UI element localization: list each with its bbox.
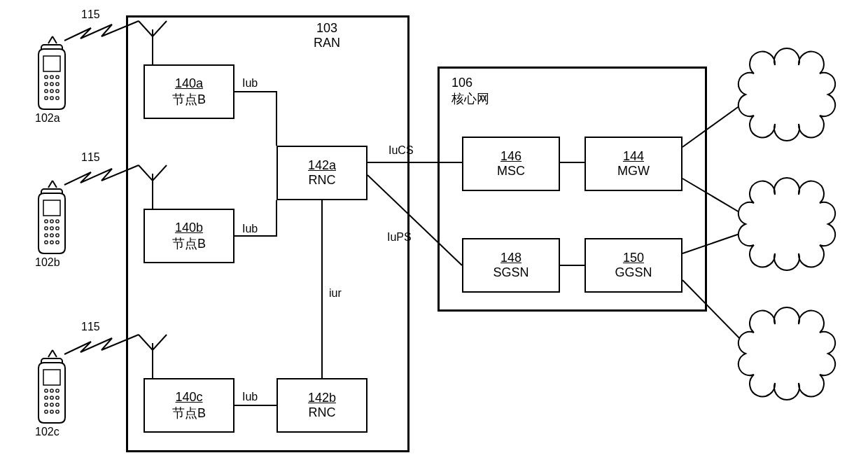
svg-rect-15 bbox=[43, 200, 60, 216]
svg-point-35 bbox=[56, 396, 59, 399]
link-iucs: IuCS bbox=[388, 144, 414, 157]
node-ggsn-label: GGSN bbox=[615, 265, 652, 280]
cloud-other-id: 112 bbox=[794, 340, 813, 352]
svg-rect-1 bbox=[43, 56, 60, 71]
node-142b-label: RNC bbox=[309, 405, 336, 420]
svg-point-7 bbox=[56, 83, 59, 85]
node-sgsn-label: SGSN bbox=[493, 265, 528, 280]
node-msc-label: MSC bbox=[497, 164, 525, 179]
svg-point-20 bbox=[50, 227, 53, 230]
link-iub-3: Iub bbox=[242, 391, 258, 403]
cloud-pstn-id: 108 bbox=[794, 81, 813, 93]
svg-point-30 bbox=[45, 389, 48, 392]
svg-point-31 bbox=[50, 389, 53, 392]
node-140c: 140c 节点B bbox=[144, 378, 234, 433]
ran-label: RAN bbox=[314, 36, 340, 50]
svg-point-34 bbox=[50, 396, 53, 399]
svg-point-38 bbox=[56, 403, 59, 406]
svg-rect-0 bbox=[41, 45, 62, 55]
cloud-other-text: 112 其他网络 bbox=[770, 340, 836, 368]
wave-ref-3: 115 bbox=[81, 321, 100, 333]
node-ggsn-id: 150 bbox=[623, 251, 644, 265]
node-142a-label: RNC bbox=[309, 173, 336, 188]
svg-point-23 bbox=[50, 234, 53, 237]
svg-point-13 bbox=[56, 97, 59, 99]
wave-ref-2: 115 bbox=[81, 151, 100, 164]
node-140a-id: 140a bbox=[175, 76, 203, 91]
svg-point-12 bbox=[50, 97, 53, 99]
node-140b-label: 节点B bbox=[172, 235, 206, 252]
svg-point-25 bbox=[45, 241, 48, 244]
svg-point-26 bbox=[50, 241, 53, 244]
core-ref: 106 bbox=[451, 76, 472, 90]
svg-point-24 bbox=[56, 234, 59, 237]
svg-point-9 bbox=[50, 90, 53, 92]
node-140b-id: 140b bbox=[175, 221, 203, 235]
node-mgw: 144 MGW bbox=[584, 137, 682, 191]
node-sgsn-id: 148 bbox=[500, 251, 522, 265]
svg-point-27 bbox=[56, 241, 59, 244]
link-iups: IuPS bbox=[387, 231, 412, 244]
svg-point-19 bbox=[45, 227, 48, 230]
svg-rect-28 bbox=[41, 358, 62, 368]
node-mgw-label: MGW bbox=[617, 164, 650, 179]
link-iur: iur bbox=[329, 287, 342, 300]
cloud-other-label: 其他网络 bbox=[781, 354, 826, 365]
node-140a-label: 节点B bbox=[172, 91, 206, 108]
svg-point-36 bbox=[45, 403, 48, 406]
ran-ref: 103 bbox=[316, 21, 337, 35]
svg-point-3 bbox=[50, 76, 53, 78]
svg-point-33 bbox=[45, 396, 48, 399]
cloud-pstn-label: PSTN bbox=[788, 94, 818, 106]
svg-point-16 bbox=[45, 220, 48, 223]
node-sgsn: 148 SGSN bbox=[462, 238, 560, 293]
node-142a: 142a RNC bbox=[276, 146, 368, 200]
svg-point-37 bbox=[50, 403, 53, 406]
svg-point-11 bbox=[45, 97, 48, 99]
svg-point-41 bbox=[56, 410, 59, 413]
svg-point-10 bbox=[56, 90, 59, 92]
svg-point-39 bbox=[45, 410, 48, 413]
ran-header: 103 RAN bbox=[314, 21, 340, 50]
phone-icon bbox=[38, 36, 65, 423]
svg-rect-14 bbox=[41, 189, 62, 199]
svg-point-4 bbox=[56, 76, 59, 78]
svg-point-8 bbox=[45, 90, 48, 92]
device-ref-3: 102c bbox=[35, 426, 59, 438]
node-142a-id: 142a bbox=[308, 158, 336, 173]
node-142b-id: 142b bbox=[308, 391, 336, 405]
svg-point-6 bbox=[50, 83, 53, 85]
svg-point-2 bbox=[45, 76, 48, 78]
svg-point-40 bbox=[50, 410, 53, 413]
node-140b: 140b 节点B bbox=[144, 209, 234, 263]
node-140a: 140a 节点B bbox=[144, 64, 234, 119]
wave-ref-1: 115 bbox=[81, 8, 100, 21]
svg-rect-29 bbox=[43, 370, 60, 385]
node-msc: 146 MSC bbox=[462, 137, 560, 191]
node-140c-id: 140c bbox=[175, 390, 202, 405]
svg-point-22 bbox=[45, 234, 48, 237]
svg-point-17 bbox=[50, 220, 53, 223]
link-iub-2: Iub bbox=[242, 223, 258, 235]
node-140c-label: 节点B bbox=[172, 405, 206, 421]
device-ref-1: 102a bbox=[35, 112, 60, 125]
cloud-internet-id: 110 bbox=[794, 210, 813, 222]
svg-point-32 bbox=[56, 389, 59, 392]
node-msc-id: 146 bbox=[500, 149, 522, 164]
device-ref-2: 102b bbox=[35, 256, 60, 269]
node-142b: 142b RNC bbox=[276, 378, 368, 433]
cloud-internet-text: 110 因特网 bbox=[775, 210, 831, 237]
svg-point-21 bbox=[56, 227, 59, 230]
link-iub-1: Iub bbox=[242, 77, 258, 90]
svg-point-18 bbox=[56, 220, 59, 223]
cloud-internet-label: 因特网 bbox=[786, 223, 820, 235]
core-header: 106 核心网 bbox=[451, 76, 489, 107]
node-ggsn: 150 GGSN bbox=[584, 238, 682, 293]
core-label: 核心网 bbox=[451, 92, 489, 106]
node-mgw-id: 144 bbox=[623, 149, 644, 164]
cloud-pstn-text: 108 PSTN bbox=[775, 81, 831, 106]
svg-point-5 bbox=[45, 83, 48, 85]
